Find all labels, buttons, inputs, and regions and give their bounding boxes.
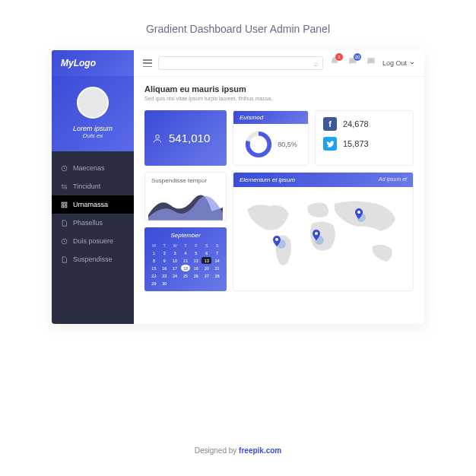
map-pin-icon — [313, 230, 320, 240]
calendar-day[interactable]: 5 — [191, 249, 201, 256]
calendar-day[interactable]: 12 — [191, 257, 201, 264]
avatar[interactable] — [77, 87, 109, 119]
nav-label: Duis posuere — [73, 237, 113, 245]
gauge-percent: 80,5% — [278, 141, 297, 148]
sidebar-item-urnamassa[interactable]: Urnamassa — [52, 195, 134, 214]
calendar-day[interactable]: 7 — [212, 249, 222, 256]
calendar-day[interactable]: 26 — [191, 272, 201, 279]
calendar-day[interactable]: 23 — [160, 272, 170, 279]
calendar-day[interactable]: 10 — [170, 257, 180, 264]
calendar-dow: W — [170, 242, 180, 249]
calendar-dow: F — [191, 242, 201, 249]
logout-button[interactable]: Log Out — [382, 59, 415, 67]
nav-label: Maecenas — [73, 164, 105, 172]
sidebar-item-phasellus[interactable]: Phasellus — [52, 214, 134, 232]
map-card[interactable]: Elementum et ipsum Ad ipsum et — [233, 172, 414, 291]
calendar-day[interactable]: 20 — [202, 265, 211, 271]
notification-bell-1[interactable]: 3 — [329, 56, 340, 70]
search-input[interactable]: ⌕ — [158, 56, 323, 70]
calendar-day[interactable]: 27 — [202, 272, 211, 279]
twitter-icon — [323, 137, 337, 151]
gauge-title: Euismod — [233, 111, 308, 124]
main-panel: ⌕ 3 20 Log Out Aliquam e — [134, 50, 424, 324]
gauge-card[interactable]: Euismod 80,5% — [233, 110, 309, 166]
calendar-day[interactable]: 14 — [212, 257, 222, 264]
calendar-dow: M — [149, 242, 159, 249]
calendar-day[interactable]: 17 — [170, 265, 180, 271]
profile-name: Lorem ipsum — [58, 125, 128, 132]
dashboard-window: MyLogo Lorem ipsum Duis ex MaecenasTinci… — [52, 50, 424, 324]
content-title: Aliquam eu mauris ipsum — [144, 84, 414, 94]
sidebar: MyLogo Lorem ipsum Duis ex MaecenasTinci… — [52, 50, 134, 324]
social-card: f 24,678 15,873 — [315, 110, 414, 166]
content-subtitle: Sed quis nisi vitae ipsum turpis laoreet… — [144, 96, 414, 101]
twitter-value: 15,873 — [343, 139, 369, 148]
file-icon — [61, 256, 68, 263]
sidebar-item-maecenas[interactable]: Maecenas — [52, 159, 134, 177]
nav-label: Urnamassa — [73, 201, 108, 208]
calendar-dow: T — [160, 242, 170, 249]
hamburger-icon[interactable] — [143, 59, 152, 67]
area-chart-card[interactable]: Suspendisse tempor — [144, 172, 227, 221]
calendar-day[interactable]: 28 — [212, 272, 222, 279]
calendar-card[interactable]: September MTWTFSS12345678910111213141516… — [144, 227, 227, 291]
nav-list: MaecenasTinciduntUrnamassaPhasellusDuis … — [52, 151, 134, 276]
calendar-dow: S — [212, 242, 222, 249]
svg-point-6 — [156, 135, 160, 138]
logo: MyLogo — [52, 50, 134, 76]
calendar-day[interactable]: 1 — [149, 249, 159, 256]
card-grid: 541,010 Euismod 80,5% f 24,678 — [134, 106, 424, 300]
calendar-day[interactable]: 8 — [149, 257, 159, 264]
svg-rect-1 — [62, 202, 64, 205]
calendar-day[interactable]: 3 — [170, 249, 180, 256]
user-icon — [152, 133, 163, 144]
topbar: ⌕ 3 20 Log Out — [134, 50, 424, 77]
gauge-chart — [244, 130, 273, 159]
calendar-day[interactable]: 2 — [160, 249, 170, 256]
svg-rect-2 — [65, 202, 67, 205]
nav-label: Tincidunt — [73, 182, 100, 190]
calendar-day[interactable]: 16 — [160, 265, 170, 271]
clock-icon — [61, 238, 68, 245]
calendar-day[interactable]: 24 — [170, 272, 180, 279]
notification-chat-2[interactable] — [366, 56, 376, 70]
notification-chat[interactable]: 20 — [347, 56, 358, 70]
calendar-day[interactable]: 30 — [160, 280, 170, 287]
nav-label: Suspendisse — [73, 255, 113, 263]
calendar-day[interactable]: 15 — [149, 265, 159, 271]
calendar-day[interactable]: 29 — [149, 280, 159, 287]
content-header: Aliquam eu mauris ipsum Sed quis nisi vi… — [134, 77, 424, 106]
footer-credit: Designed by freepik.com — [0, 446, 476, 455]
world-map — [233, 187, 413, 284]
badge-blue: 20 — [354, 53, 361, 61]
calendar-dow: S — [202, 242, 211, 249]
calendar-day[interactable]: 18 — [181, 265, 191, 271]
map-subtitle: Ad ipsum et — [379, 176, 407, 183]
page-title: Gradient Dashboard User Admin Panel — [0, 0, 476, 50]
sidebar-item-duis posuere[interactable]: Duis posuere — [52, 232, 134, 250]
sidebar-item-suspendisse[interactable]: Suspendisse — [52, 250, 134, 268]
twitter-row[interactable]: 15,873 — [323, 137, 405, 151]
svg-rect-3 — [62, 205, 64, 208]
calendar-day[interactable]: 4 — [181, 249, 191, 256]
calendar-day[interactable]: 13 — [202, 257, 211, 264]
facebook-icon: f — [323, 117, 337, 131]
area-chart — [148, 189, 223, 221]
calendar-day[interactable]: 21 — [212, 265, 222, 271]
nav-label: Phasellus — [73, 219, 103, 227]
calendar-day[interactable]: 6 — [202, 249, 211, 256]
area-title: Suspendisse tempor — [145, 173, 226, 189]
stat-card[interactable]: 541,010 — [144, 110, 227, 166]
calendar-day[interactable]: 9 — [160, 257, 170, 264]
calendar-day[interactable]: 22 — [149, 272, 159, 279]
calendar-day[interactable]: 19 — [191, 265, 201, 271]
calendar-day[interactable]: 25 — [181, 272, 191, 279]
sidebar-item-tincidunt[interactable]: Tincidunt — [52, 177, 134, 195]
arrows-icon — [61, 183, 68, 190]
calendar-month: September — [149, 232, 222, 239]
facebook-row[interactable]: f 24,678 — [323, 117, 405, 131]
badge-red: 3 — [335, 53, 343, 61]
map-title: Elementum et ipsum — [240, 176, 295, 183]
stat-value: 541,010 — [169, 132, 210, 144]
calendar-day[interactable]: 11 — [181, 257, 191, 264]
